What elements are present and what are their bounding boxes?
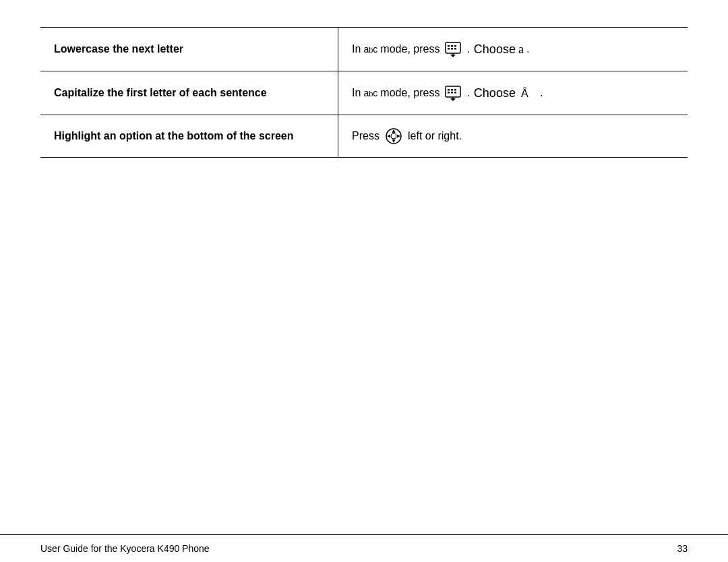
instruction-cell: Press left or right. bbox=[338, 115, 688, 158]
action-cell: Lowercase the next letter bbox=[40, 28, 338, 71]
svg-rect-13 bbox=[454, 92, 456, 94]
svg-marker-17 bbox=[392, 129, 396, 133]
instruction-text: In abc mode, press bbox=[352, 40, 674, 59]
instruction-cell: In abc mode, press bbox=[338, 71, 688, 115]
cap-a-icon: Â bbox=[520, 85, 536, 101]
svg-rect-10 bbox=[454, 89, 456, 91]
svg-rect-4 bbox=[448, 48, 450, 50]
svg-text:Â: Â bbox=[521, 87, 528, 99]
svg-marker-20 bbox=[397, 135, 400, 138]
nav-circle-icon bbox=[385, 127, 402, 145]
table-row: Lowercase the next letter In abc mode, p… bbox=[40, 28, 688, 71]
abc-mode-icon: abc bbox=[363, 86, 377, 100]
mode-prefix: In bbox=[352, 41, 361, 57]
mode-prefix: In bbox=[352, 85, 361, 101]
instruction-text: Press left or right. bbox=[352, 127, 674, 145]
choose-label-2: Choose bbox=[474, 84, 516, 102]
table-row: Capitalize the first letter of each sent… bbox=[40, 71, 688, 115]
keyboard-icon bbox=[444, 40, 462, 59]
action-label: Highlight an option at the bottom of the… bbox=[54, 130, 294, 142]
svg-rect-5 bbox=[451, 48, 453, 50]
abc-mode-icon: abc bbox=[363, 42, 377, 57]
instruction-cell: In abc mode, press bbox=[338, 28, 688, 71]
svg-rect-7 bbox=[446, 86, 460, 97]
mode-text: mode, press bbox=[380, 41, 439, 57]
direction-text: left or right. bbox=[408, 128, 462, 144]
svg-rect-9 bbox=[451, 89, 453, 91]
svg-rect-2 bbox=[451, 45, 453, 47]
svg-marker-19 bbox=[387, 135, 390, 138]
svg-rect-8 bbox=[448, 89, 450, 91]
svg-rect-11 bbox=[448, 92, 450, 94]
instruction-text: In abc mode, press bbox=[352, 84, 674, 102]
press-label: Press bbox=[352, 128, 380, 144]
choose-label-1: Choose bbox=[474, 40, 516, 59]
action-label: Lowercase the next letter bbox=[54, 43, 183, 55]
period-3: . bbox=[466, 85, 469, 101]
table-row: Highlight an option at the bottom of the… bbox=[40, 115, 688, 158]
period-2: . bbox=[526, 41, 529, 57]
instruction-table: Lowercase the next letter In abc mode, p… bbox=[40, 27, 688, 158]
svg-rect-12 bbox=[451, 92, 453, 94]
period-4: . bbox=[540, 85, 543, 101]
svg-rect-1 bbox=[448, 45, 450, 47]
svg-rect-0 bbox=[446, 42, 460, 53]
footer: User Guide for the Kyocera K490 Phone 33 bbox=[0, 534, 728, 562]
footer-left: User Guide for the Kyocera K490 Phone bbox=[40, 543, 210, 554]
action-cell: Highlight an option at the bottom of the… bbox=[40, 115, 338, 158]
action-cell: Capitalize the first letter of each sent… bbox=[40, 71, 338, 115]
period-1: . bbox=[466, 41, 469, 57]
mode-text: mode, press bbox=[380, 85, 439, 101]
footer-page-number: 33 bbox=[677, 543, 688, 554]
svg-rect-6 bbox=[454, 48, 456, 50]
keyboard-icon-2 bbox=[444, 84, 462, 102]
choose-value-1: a bbox=[518, 40, 524, 59]
svg-rect-3 bbox=[454, 45, 456, 47]
svg-marker-18 bbox=[392, 139, 396, 143]
page-content: Lowercase the next letter In abc mode, p… bbox=[0, 0, 728, 198]
action-label: Capitalize the first letter of each sent… bbox=[54, 87, 267, 98]
svg-point-16 bbox=[391, 133, 396, 139]
